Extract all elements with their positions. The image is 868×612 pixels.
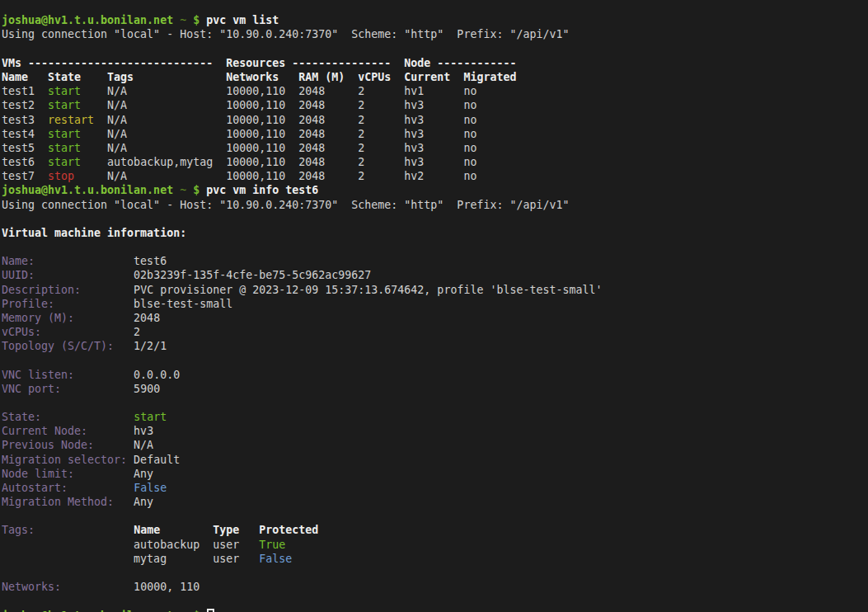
- terminal-line: Using connection "local" - Host: "10.90.…: [2, 27, 868, 41]
- terminal-text: Any: [114, 496, 153, 508]
- terminal-text: autobackup,mytag 10000,110 2048 2 hv3 no: [81, 156, 476, 168]
- terminal-line: Tags: Name Type Protected: [2, 523, 868, 537]
- terminal-line: test6 start autobackup,mytag 10000,110 2…: [2, 155, 868, 169]
- field-label: VNC listen:: [2, 369, 74, 381]
- header-text: Name State Tags Networks RAM (M) vCPUs C…: [2, 71, 516, 83]
- terminal-text: autobackup user: [2, 539, 259, 551]
- terminal-text: mytag user: [2, 553, 259, 565]
- prompt-cwd: ~: [173, 610, 193, 612]
- terminal-text: Any: [74, 468, 153, 480]
- field-label: Migration Method:: [2, 496, 114, 508]
- terminal-text: [41, 411, 134, 423]
- terminal-line: Autostart: False: [2, 481, 868, 495]
- header-text: VMs ---------------------------- Resourc…: [2, 57, 516, 69]
- field-label: Tags:: [2, 524, 35, 536]
- field-label: UUID:: [2, 269, 35, 281]
- command-text: pvc vm list: [206, 14, 279, 26]
- terminal-line: Description: PVC provisioner @ 2023-12-0…: [2, 283, 868, 297]
- terminal-line: mytag user False: [2, 552, 868, 566]
- state-green-text: start: [48, 128, 81, 140]
- terminal-line: Previous Node: N/A: [2, 438, 868, 452]
- state-green-text: True: [259, 539, 285, 551]
- terminal-text: Using connection "local" - Host: "10.90.…: [2, 199, 569, 211]
- terminal-text: 2: [41, 326, 140, 338]
- terminal-line: VNC listen: 0.0.0.0: [2, 368, 868, 382]
- state-green-text: start: [48, 99, 81, 111]
- prompt-cwd: ~: [173, 14, 193, 26]
- terminal-text: test1: [2, 85, 48, 97]
- field-label: Migration selector:: [2, 454, 127, 466]
- terminal-text: test6: [35, 255, 167, 267]
- field-label: vCPUs:: [2, 326, 41, 338]
- terminal-cursor: [207, 609, 214, 612]
- terminal-text: [35, 524, 134, 536]
- state-green-text: start: [48, 142, 81, 154]
- terminal-text: N/A 10000,110 2048 2 hv3 no: [81, 128, 476, 140]
- terminal-text: 02b3239f-135f-4cfe-be75-5c962ac99627: [35, 269, 371, 281]
- terminal-line: Profile: blse-test-small: [2, 297, 868, 311]
- field-label: Name:: [2, 255, 35, 267]
- terminal-line: autobackup user True: [2, 538, 868, 552]
- terminal-line: Name: test6: [2, 254, 868, 268]
- terminal-text: test4: [2, 128, 48, 140]
- terminal-line: [2, 396, 868, 410]
- terminal-text: 5900: [61, 383, 160, 395]
- terminal-line: Virtual machine information:: [2, 226, 868, 240]
- terminal-line: [2, 42, 868, 56]
- field-label: Profile:: [2, 298, 54, 310]
- header-text: Name Type Protected: [134, 524, 318, 536]
- terminal-line: State: start: [2, 410, 868, 424]
- terminal-line: Name State Tags Networks RAM (M) vCPUs C…: [2, 70, 868, 84]
- field-label: VNC port:: [2, 383, 61, 395]
- terminal-text: test5: [2, 142, 48, 154]
- terminal-line: joshua@hv1.t.u.bonilan.net ~ $ pvc vm in…: [2, 183, 868, 197]
- state-yellow-text: restart: [48, 114, 94, 126]
- terminal-line: [2, 353, 868, 367]
- terminal-text: 10000, 110: [61, 581, 199, 593]
- terminal-line: Migration Method: Any: [2, 495, 868, 509]
- terminal-line: test3 restart N/A 10000,110 2048 2 hv3 n…: [2, 113, 868, 127]
- prompt-cwd: ~: [173, 184, 193, 196]
- header-text: Virtual machine information:: [2, 227, 186, 239]
- terminal-text: N/A 10000,110 2048 2 hv3 no: [94, 114, 476, 126]
- terminal-line: [2, 566, 868, 580]
- terminal-line: [2, 212, 868, 226]
- terminal-text: N/A: [94, 439, 153, 451]
- field-label: Autostart:: [2, 482, 68, 494]
- terminal-text: blse-test-small: [54, 298, 232, 310]
- terminal-text: N/A 10000,110 2048 2 hv3 no: [81, 142, 476, 154]
- terminal-text: N/A 10000,110 2048 2 hv2 no: [74, 170, 476, 182]
- field-label: Node limit:: [2, 468, 74, 480]
- field-label: Networks:: [2, 581, 61, 593]
- terminal-text: [68, 482, 134, 494]
- terminal-line: VMs ---------------------------- Resourc…: [2, 56, 868, 70]
- terminal-text: 1/2/1: [114, 340, 167, 352]
- field-label: Description:: [2, 284, 81, 296]
- terminal-text: PVC provisioner @ 2023-12-09 15:37:13.67…: [81, 284, 602, 296]
- state-green-text: start: [134, 411, 167, 423]
- terminal-text: test2: [2, 99, 48, 111]
- command-text: pvc vm info test6: [206, 184, 318, 196]
- terminal-text: 2048: [74, 312, 160, 324]
- terminal-line: vCPUs: 2: [2, 325, 868, 339]
- terminal-line: test5 start N/A 10000,110 2048 2 hv3 no: [2, 141, 868, 155]
- terminal-line: joshua@hv1.t.u.bonilan.net ~ $ pvc vm li…: [2, 13, 868, 27]
- terminal[interactable]: joshua@hv1.t.u.bonilan.net ~ $ pvc vm li…: [0, 11, 868, 612]
- field-label: State:: [2, 411, 41, 423]
- terminal-line: test1 start N/A 10000,110 2048 2 hv1 no: [2, 84, 868, 98]
- terminal-text: hv3: [87, 425, 153, 437]
- terminal-line: test7 stop N/A 10000,110 2048 2 hv2 no: [2, 169, 868, 183]
- terminal-line: [2, 509, 868, 523]
- terminal-text: N/A 10000,110 2048 2 hv3 no: [81, 99, 476, 111]
- field-label: Topology (S/C/T):: [2, 340, 114, 352]
- terminal-line: test2 start N/A 10000,110 2048 2 hv3 no: [2, 98, 868, 112]
- terminal-line: Node limit: Any: [2, 467, 868, 481]
- field-label: Current Node:: [2, 425, 87, 437]
- prompt-user-host: joshua@hv1.t.u.bonilan.net: [2, 610, 173, 612]
- terminal-line: [2, 240, 868, 254]
- prompt-symbol: $: [193, 184, 199, 196]
- field-label: Previous Node:: [2, 439, 94, 451]
- terminal-text: test7: [2, 170, 48, 182]
- terminal-line: Current Node: hv3: [2, 424, 868, 438]
- terminal-line: VNC port: 5900: [2, 382, 868, 396]
